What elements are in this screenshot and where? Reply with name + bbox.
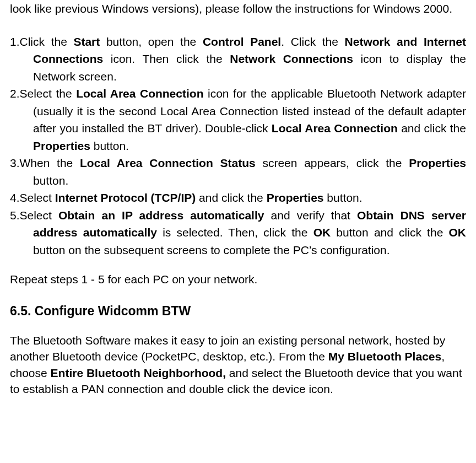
document-page: look like previous Windows versions), pl… (0, 0, 476, 418)
intro-paragraph: look like previous Windows versions), pl… (10, 0, 466, 18)
bold-text: Properties (267, 191, 324, 204)
step-item: 3.When the Local Area Connection Status … (10, 154, 466, 189)
step-number: 1. (10, 35, 20, 48)
steps-list: 1.Click the Start button, open the Contr… (10, 33, 466, 259)
section-paragraph: The Bluetooth Software makes it easy to … (10, 332, 466, 397)
bold-text: Network Connections (230, 52, 353, 65)
section-heading: 6.5. Configure Widcomm BTW (10, 302, 466, 321)
step-number: 3. (10, 157, 20, 169)
step-item: 2.Select the Local Area Connection icon … (10, 85, 466, 154)
bold-text: My Bluetooth Places (328, 350, 441, 363)
bold-text: OK (449, 226, 467, 239)
step-number: 4. (10, 191, 20, 204)
step-number: 2. (10, 87, 20, 100)
bold-text: Properties (33, 139, 90, 152)
bold-text: Obtain an IP address automatically (58, 209, 264, 222)
bold-text: Local Area Connection Status (80, 157, 256, 169)
bold-text: OK (313, 226, 331, 239)
repeat-instruction: Repeat steps 1 - 5 for each PC on your n… (10, 271, 466, 288)
bold-text: Internet Protocol (TCP/IP) (55, 191, 196, 204)
step-item: 1.Click the Start button, open the Contr… (10, 33, 466, 85)
step-number: 5. (10, 209, 20, 222)
bold-text: Start (73, 35, 100, 48)
bold-text: Entire Bluetooth Neighborhood, (51, 367, 226, 379)
bold-text: Local Area Connection (272, 122, 398, 134)
bold-text: Local Area Connection (76, 87, 203, 100)
bold-text: Properties (409, 157, 466, 169)
step-item: 4.Select Internet Protocol (TCP/IP) and … (10, 189, 466, 207)
bold-text: Control Panel (203, 35, 281, 48)
step-item: 5.Select Obtain an IP address automatica… (10, 207, 466, 259)
